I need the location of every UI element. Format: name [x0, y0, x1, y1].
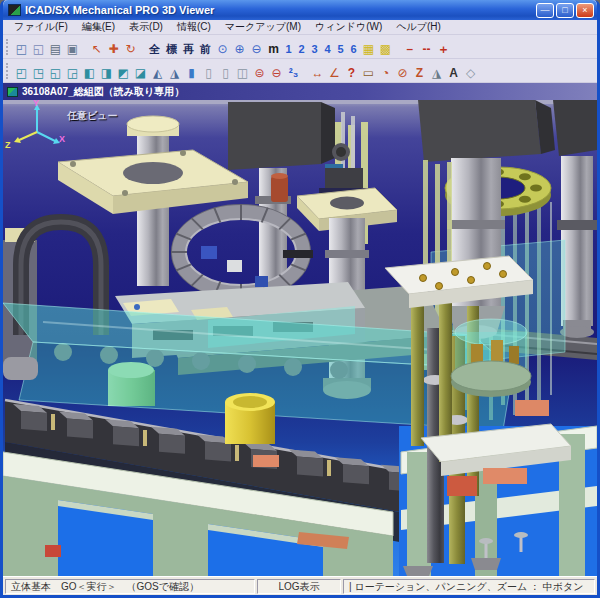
menu-help[interactable]: ヘルプ(H): [389, 20, 448, 34]
view-preset-3-button[interactable]: 3: [308, 38, 321, 56]
stopwatch-icon[interactable]: ◔: [377, 62, 394, 80]
view-preset-2-button[interactable]: 2: [295, 38, 308, 56]
window-title: ICAD/SX Mechanical PRO 3D Viewer: [25, 4, 536, 16]
slope-icon[interactable]: ◮: [428, 62, 445, 80]
rotate-icon[interactable]: ↻: [122, 38, 139, 56]
shading-mode-icon[interactable]: ◭: [149, 62, 166, 80]
open-folder-icon[interactable]: ◱: [30, 38, 47, 56]
clipboard-icon[interactable]: ▣: [64, 38, 81, 56]
redraw-button[interactable]: 再: [180, 38, 197, 56]
rotary-table[interactable]: [451, 319, 531, 397]
pick-arrow-icon[interactable]: ↖: [88, 38, 105, 56]
3d-viewport[interactable]: Y X Z 任意ビュー: [3, 100, 597, 576]
measure-angle-icon[interactable]: ∠: [326, 62, 343, 80]
cylinder-outline-icon[interactable]: ▯: [200, 62, 217, 80]
section-cut-icon[interactable]: ⊖: [268, 62, 285, 80]
title-bar[interactable]: ICAD/SX Mechanical PRO 3D Viewer — □ ×: [3, 0, 597, 20]
annotation-text-icon[interactable]: A: [445, 62, 462, 80]
menu-info[interactable]: 情報(C): [170, 20, 218, 34]
document-title-bar[interactable]: 36108A07_総組図（読み取り専用）: [3, 83, 597, 100]
view-iso-nw-icon[interactable]: ◰: [13, 62, 30, 80]
line-thin-icon[interactable]: －: [401, 38, 418, 56]
fit-all-button[interactable]: 全: [146, 38, 163, 56]
line-dash-icon[interactable]: --: [418, 38, 435, 56]
markup-diamond-icon[interactable]: ◇: [462, 62, 479, 80]
assembly-3d-scene: [3, 100, 597, 576]
toolbar-standard: ◰◱▤▣↖✚↻全標再前⊙⊕⊖m123456▦▩－--＋: [3, 35, 597, 59]
zoom-out-icon[interactable]: ⊖: [248, 38, 265, 56]
measure-distance-icon[interactable]: ↔: [309, 62, 326, 80]
view-back-icon[interactable]: ◨: [98, 62, 115, 80]
cylinder-half-icon[interactable]: ◫: [234, 62, 251, 80]
menu-view[interactable]: 表示(D): [122, 20, 170, 34]
view-iso-se-icon[interactable]: ◲: [64, 62, 81, 80]
cylinder-solid-icon[interactable]: ▮: [183, 62, 200, 80]
query-element-icon[interactable]: ?: [343, 62, 360, 80]
menu-markup[interactable]: マークアップ(M): [218, 20, 308, 34]
protractor-icon[interactable]: ⊘: [394, 62, 411, 80]
roller-stub: [3, 357, 38, 380]
menu-edit[interactable]: 編集(E): [75, 20, 122, 34]
view-front-icon[interactable]: ◧: [81, 62, 98, 80]
measure-box-icon[interactable]: ▭: [360, 62, 377, 80]
view-mode-label: 任意ビュー: [67, 109, 117, 123]
sequence-icon[interactable]: ²₃: [285, 62, 302, 80]
print-icon[interactable]: ▤: [47, 38, 64, 56]
axis-y-label: Y: [33, 100, 39, 108]
view-preset-6-button[interactable]: 6: [347, 38, 360, 56]
view-top-icon[interactable]: ◩: [115, 62, 132, 80]
sep: [139, 38, 146, 56]
axis-z-label: Z: [5, 140, 11, 150]
status-hint: | ローテーション、パンニング、ズーム ： 中ボタン: [343, 579, 595, 594]
axis-triad: [7, 102, 65, 148]
close-button[interactable]: ×: [576, 3, 594, 18]
toolbar-grip[interactable]: [6, 63, 9, 79]
previous-view-button[interactable]: 前: [197, 38, 214, 56]
mouse-hint-text: ローテーション、パンニング、ズーム ： 中ボタン: [354, 581, 583, 592]
section-view-icon[interactable]: ⊜: [251, 62, 268, 80]
axis-x-label: X: [59, 134, 65, 144]
zoom-in-icon[interactable]: ⊕: [231, 38, 248, 56]
log-display-button[interactable]: LOG表示: [257, 579, 341, 594]
line-plus-icon[interactable]: ＋: [435, 38, 452, 56]
view-preset-4-button[interactable]: 4: [321, 38, 334, 56]
toolbar-view-measure: ◰◳◱◲◧◨◩◪◭◮▮▯▯◫⊜⊖²₃↔∠?▭◔⊘Z◮A◇: [3, 59, 597, 83]
open-document-icon[interactable]: ◰: [13, 38, 30, 56]
menu-bar: ファイル(F)編集(E)表示(D)情報(C)マークアップ(M)ウィンドウ(W)ヘ…: [3, 20, 597, 35]
zigzag-section-icon[interactable]: Z: [411, 62, 428, 80]
view-bottom-icon[interactable]: ◪: [132, 62, 149, 80]
view-iso-ne-icon[interactable]: ◳: [30, 62, 47, 80]
cylinder-hidden-icon[interactable]: ▯: [217, 62, 234, 80]
document-icon: [7, 87, 18, 97]
view-iso-sw-icon[interactable]: ◱: [47, 62, 64, 80]
view-preset-5-button[interactable]: 5: [334, 38, 347, 56]
standard-view-button[interactable]: 標: [163, 38, 180, 56]
zoom-window-icon[interactable]: ⊙: [214, 38, 231, 56]
app-window: ICAD/SX Mechanical PRO 3D Viewer — □ × フ…: [0, 0, 600, 598]
minimize-button[interactable]: —: [536, 3, 554, 18]
status-bar: 立体基本 GO＜実行＞ （GOSで確認） LOG表示 | ローテーション、パンニ…: [3, 576, 597, 595]
move-icon[interactable]: ✚: [105, 38, 122, 56]
document-title: 36108A07_総組図（読み取り専用）: [22, 85, 184, 99]
wireframe-mode-icon[interactable]: ◮: [166, 62, 183, 80]
view-preset-1-button[interactable]: 1: [282, 38, 295, 56]
measure-m-icon[interactable]: m: [265, 38, 282, 56]
sep: [302, 62, 309, 80]
sep: [394, 38, 401, 56]
status-prompt: 立体基本 GO＜実行＞ （GOSで確認）: [5, 579, 255, 594]
status-separator: |: [349, 581, 352, 592]
menu-file[interactable]: ファイル(F): [7, 20, 75, 34]
layer-palette-2-icon[interactable]: ▩: [377, 38, 394, 56]
menu-window[interactable]: ウィンドウ(W): [308, 20, 389, 34]
sep: [81, 38, 88, 56]
app-icon: [8, 4, 21, 16]
layer-palette-icon[interactable]: ▦: [360, 38, 377, 56]
toolbar-grip[interactable]: [6, 39, 9, 55]
maximize-button[interactable]: □: [556, 3, 574, 18]
